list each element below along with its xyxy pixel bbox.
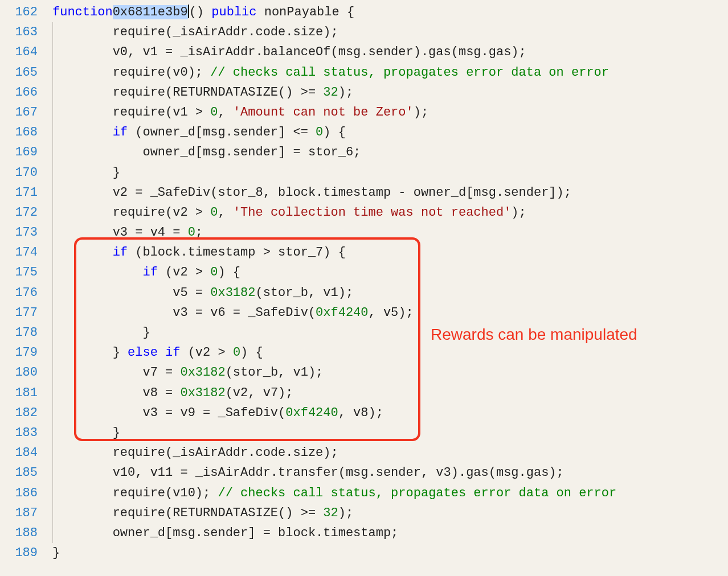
code-area[interactable]: function0x6811e3b9() public nonPayable {… <box>48 2 728 563</box>
line-number: 162 <box>0 2 38 22</box>
code-line[interactable]: v3 = v6 = _SafeDiv(0xf4240, v5); <box>48 303 728 323</box>
line-number: 178 <box>0 323 38 343</box>
line-number: 181 <box>0 383 38 403</box>
line-number: 163 <box>0 22 38 42</box>
line-number: 177 <box>0 303 38 323</box>
line-number: 184 <box>0 443 38 463</box>
line-number: 175 <box>0 262 38 282</box>
code-line[interactable]: v0, v1 = _isAirAddr.balanceOf(msg.sender… <box>48 42 728 62</box>
line-number: 174 <box>0 242 38 262</box>
code-line[interactable]: if (owner_d[msg.sender] <= 0) { <box>48 122 728 142</box>
code-line[interactable]: require(v10); // checks call status, pro… <box>48 483 728 503</box>
line-number: 183 <box>0 423 38 443</box>
line-number: 189 <box>0 543 38 563</box>
code-line[interactable]: v2 = _SafeDiv(stor_8, block.timestamp - … <box>48 183 728 203</box>
line-number: 182 <box>0 403 38 423</box>
code-line[interactable]: require(v0); // checks call status, prop… <box>48 63 728 83</box>
code-line[interactable]: if (block.timestamp > stor_7) { <box>48 242 728 262</box>
line-number: 173 <box>0 223 38 242</box>
line-number: 186 <box>0 483 38 503</box>
code-line[interactable]: v3 = v9 = _SafeDiv(0xf4240, v8); <box>48 403 728 423</box>
line-number-gutter: 1621631641651661671681691701711721731741… <box>0 2 48 563</box>
code-line[interactable]: owner_d[msg.sender] = block.timestamp; <box>48 523 728 543</box>
line-number: 165 <box>0 63 38 83</box>
line-number: 187 <box>0 503 38 523</box>
code-line[interactable]: owner_d[msg.sender] = stor_6; <box>48 142 728 162</box>
code-line[interactable]: v3 = v4 = 0; <box>48 223 728 242</box>
code-line[interactable]: } <box>48 423 728 443</box>
line-number: 176 <box>0 283 38 303</box>
line-number: 180 <box>0 363 38 382</box>
line-number: 172 <box>0 203 38 223</box>
code-line[interactable]: if (v2 > 0) { <box>48 262 728 282</box>
line-number: 171 <box>0 183 38 203</box>
line-number: 164 <box>0 42 38 62</box>
annotation-label: Rewards can be manipulated <box>431 322 637 348</box>
line-number: 185 <box>0 463 38 483</box>
line-number: 179 <box>0 343 38 363</box>
code-line[interactable]: require(_isAirAddr.code.size); <box>48 443 728 463</box>
code-line[interactable]: require(RETURNDATASIZE() >= 32); <box>48 503 728 523</box>
code-line[interactable]: } <box>48 163 728 183</box>
code-line[interactable]: v10, v11 = _isAirAddr.transfer(msg.sende… <box>48 463 728 483</box>
line-number: 168 <box>0 122 38 142</box>
code-line[interactable]: require(_isAirAddr.code.size); <box>48 22 728 42</box>
code-line[interactable]: function0x6811e3b9() public nonPayable { <box>48 2 728 22</box>
line-number: 170 <box>0 163 38 183</box>
code-line[interactable]: v8 = 0x3182(v2, v7); <box>48 383 728 403</box>
line-number: 169 <box>0 142 38 162</box>
line-number: 188 <box>0 523 38 543</box>
code-line[interactable]: require(v2 > 0, 'The collection time was… <box>48 203 728 223</box>
code-line[interactable]: v5 = 0x3182(stor_b, v1); <box>48 283 728 303</box>
code-line[interactable]: v7 = 0x3182(stor_b, v1); <box>48 363 728 382</box>
line-number: 167 <box>0 102 38 122</box>
code-line[interactable]: require(RETURNDATASIZE() >= 32); <box>48 83 728 102</box>
code-line[interactable]: } <box>48 543 728 563</box>
line-number: 166 <box>0 83 38 102</box>
code-line[interactable]: require(v1 > 0, 'Amount can not be Zero'… <box>48 102 728 122</box>
code-viewer: 1621631641651661671681691701711721731741… <box>0 0 728 563</box>
